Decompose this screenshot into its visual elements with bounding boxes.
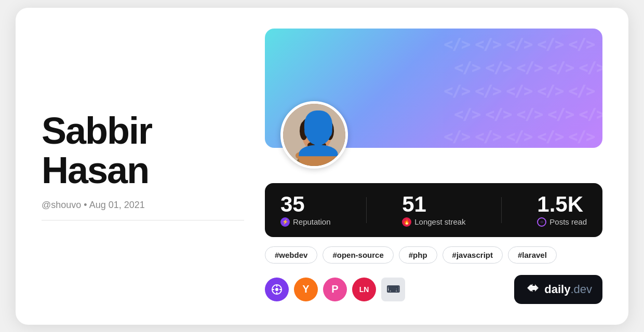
- svg-point-36: [309, 132, 313, 137]
- streak-icon: 🔥: [402, 217, 411, 227]
- reputation-value: 35: [280, 193, 305, 215]
- svg-rect-25: [283, 104, 345, 166]
- streak-label: 🔥 Longest streak: [402, 217, 465, 227]
- badges-left: Y P LN ⌨: [265, 278, 405, 301]
- svg-point-30: [302, 116, 331, 131]
- profile-upper: </> </> </> </> </> </> </> </> </> </>: [265, 29, 602, 148]
- svg-text:</>: </>: [548, 106, 574, 123]
- svg-text:</>: </>: [579, 59, 602, 76]
- logo-dev: .dev: [570, 283, 592, 296]
- svg-text:</>: </>: [517, 106, 543, 123]
- svg-point-39: [322, 134, 325, 137]
- logo-daily: daily: [544, 283, 570, 296]
- avatar-image: [283, 104, 345, 166]
- svg-point-38: [311, 134, 313, 137]
- svg-text:</>: </>: [444, 82, 471, 100]
- user-name: Sabbir Hasan: [42, 112, 244, 190]
- daily-dev-icon: [525, 280, 540, 299]
- stat-divider-2: [501, 197, 502, 223]
- svg-point-40: [307, 141, 326, 149]
- posts-value: 1.5K: [537, 193, 583, 215]
- svg-text:</>: </>: [538, 36, 564, 53]
- daily-dev-logo: daily.dev: [514, 275, 602, 304]
- svg-text:</>: </>: [569, 82, 595, 100]
- profile-card: Sabbir Hasan @shouvo • Aug 01, 2021 </>: [16, 8, 628, 325]
- user-handle: @shouvo • Aug 01, 2021: [42, 200, 244, 211]
- avatar: [280, 101, 348, 169]
- svg-text:</>: </>: [454, 106, 481, 123]
- svg-text:</>: </>: [506, 82, 533, 100]
- svg-text:</>: </>: [579, 106, 602, 123]
- svg-text:</>: </>: [444, 36, 471, 53]
- stat-streak: 51 🔥 Longest streak: [402, 193, 465, 227]
- tag-opensource[interactable]: #open-source: [323, 246, 393, 264]
- svg-point-31: [300, 121, 308, 140]
- svg-text:</>: </>: [475, 36, 502, 53]
- tag-laravel[interactable]: #laravel: [508, 246, 557, 264]
- reputation-icon: ⚡: [280, 217, 290, 227]
- svg-text:</>: </>: [506, 128, 533, 145]
- tag-php[interactable]: #php: [399, 246, 437, 264]
- svg-text:</>: </>: [454, 59, 481, 76]
- daily-dev-text: daily.dev: [544, 283, 592, 296]
- badge-ln[interactable]: LN: [352, 278, 376, 301]
- tags-section: #webdev #open-source #php #javascript #l…: [265, 246, 602, 264]
- stat-reputation: 35 ⚡ Reputation: [280, 193, 331, 227]
- svg-text:</>: </>: [569, 36, 595, 53]
- badge-terminal[interactable]: ⌨: [381, 278, 405, 301]
- streak-value: 51: [402, 193, 426, 215]
- svg-text:</>: </>: [486, 106, 512, 123]
- right-section: </> </> </> </> </> </> </> </> </> </>: [265, 29, 602, 304]
- svg-text:</>: </>: [475, 82, 502, 100]
- svg-point-32: [326, 121, 334, 140]
- badges-section: Y P LN ⌨ daily.dev: [265, 275, 602, 304]
- svg-text:</>: </>: [569, 128, 595, 145]
- badge-y[interactable]: Y: [294, 278, 318, 301]
- svg-point-33: [305, 116, 318, 126]
- svg-text:</>: </>: [548, 59, 574, 76]
- svg-point-35: [312, 114, 320, 122]
- badge-p[interactable]: P: [323, 278, 347, 301]
- svg-text:</>: </>: [506, 36, 533, 53]
- svg-point-27: [299, 147, 335, 166]
- svg-rect-28: [312, 141, 321, 150]
- divider: [42, 220, 244, 220]
- svg-point-34: [315, 115, 326, 124]
- reputation-label: ⚡ Reputation: [280, 217, 331, 227]
- svg-text:</>: </>: [538, 128, 564, 145]
- posts-icon: ○: [537, 217, 546, 227]
- stat-divider-1: [366, 197, 367, 223]
- svg-point-29: [302, 120, 331, 151]
- tag-javascript[interactable]: #javascript: [442, 246, 503, 264]
- svg-point-37: [320, 132, 325, 137]
- stat-posts: 1.5K ○ Posts read: [537, 193, 587, 227]
- svg-text:</>: </>: [538, 82, 564, 100]
- svg-text:</>: </>: [444, 128, 471, 145]
- svg-text:</>: </>: [475, 128, 502, 145]
- left-section: Sabbir Hasan @shouvo • Aug 01, 2021: [42, 112, 265, 220]
- posts-label: ○ Posts read: [537, 217, 587, 227]
- svg-text:</>: </>: [517, 59, 543, 76]
- svg-text:</>: </>: [486, 59, 512, 76]
- badge-crosshair[interactable]: [265, 278, 289, 301]
- tag-webdev[interactable]: #webdev: [265, 246, 317, 264]
- stats-bar: 35 ⚡ Reputation 51 🔥 Longest streak 1.5K…: [265, 183, 602, 237]
- svg-point-42: [275, 288, 278, 291]
